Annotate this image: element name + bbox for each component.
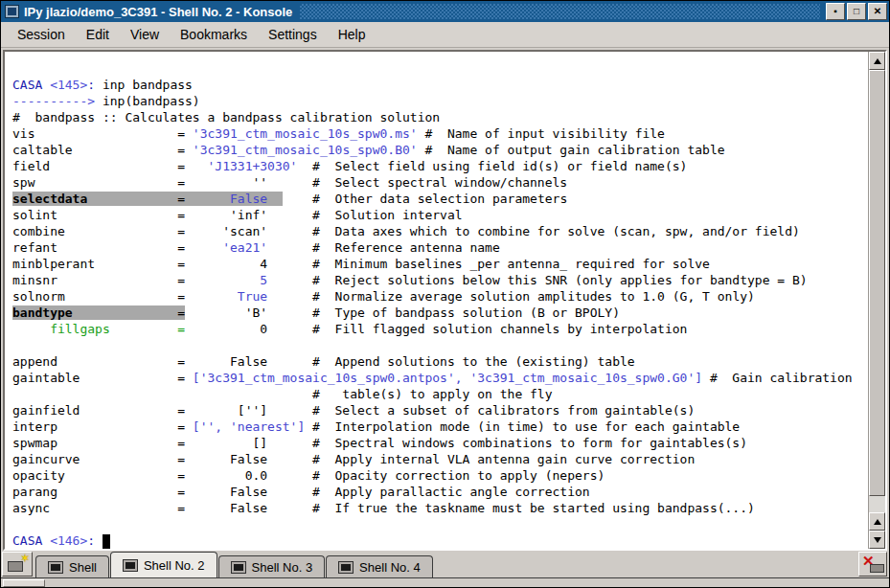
terminal-line: spw = '' # Select spectral window/channe… xyxy=(12,174,868,191)
terminal-text-segment: False xyxy=(230,192,267,206)
tab-shell-no-2[interactable]: Shell No. 2 xyxy=(110,552,217,577)
scroll-down-button[interactable] xyxy=(869,531,885,549)
menu-bookmarks[interactable]: Bookmarks xyxy=(170,25,258,44)
terminal-text-segment: '3c391_ctm_mosaic_10s_spw0.B0' xyxy=(193,143,418,157)
terminal-text-segment: # Other data selection parameters xyxy=(283,192,567,206)
menu-view[interactable]: View xyxy=(120,25,170,44)
arrow-down-icon xyxy=(874,537,881,543)
terminal-text-segment: fillgaps = xyxy=(12,322,193,336)
terminal-line: solint = 'inf' # Solution interval xyxy=(12,207,868,223)
terminal-text-segment: inp bandpass xyxy=(95,78,193,92)
menu-help[interactable]: Help xyxy=(328,25,377,44)
minimize-button[interactable]: ▪ xyxy=(826,3,845,20)
terminal-line: opacity = 0.0 # Opacity correction to ap… xyxy=(12,467,868,484)
text-cursor xyxy=(103,534,110,549)
terminal-text-segment: minblperant = 4 # Minimum baselines _per… xyxy=(12,257,710,271)
terminal-text-segment: # Name of input visibility file xyxy=(418,126,665,141)
terminal-line: ----------> inp(bandpass) xyxy=(12,93,868,109)
terminal-text-segment: CASA xyxy=(12,533,50,548)
terminal-text-segment: async = False # If true the taskname mus… xyxy=(12,501,755,515)
arrow-up-icon xyxy=(874,58,881,64)
terminal-text-segment: ['', 'nearest'] xyxy=(193,419,305,434)
close-button[interactable]: ✕ xyxy=(868,3,887,20)
terminal-line: vis = '3c391_ctm_mosaic_10s_spw0.ms' # N… xyxy=(12,125,868,142)
terminal-text-segment: # Name of output gain calibration table xyxy=(418,143,725,157)
terminal-line: refant = 'ea21' # Reference antenna name xyxy=(12,239,868,256)
window-menu-icon[interactable] xyxy=(5,5,19,18)
tab-shell[interactable]: Shell xyxy=(35,555,109,577)
terminal-text-segment: parang = False # Apply parallactic angle… xyxy=(12,485,590,499)
terminal-line: combine = 'scan' # Data axes which to co… xyxy=(12,223,868,239)
terminal-text-segment: ----------> xyxy=(12,94,95,108)
menu-edit[interactable]: Edit xyxy=(76,25,120,44)
terminal-text-segment: = xyxy=(73,305,185,320)
terminal-icon xyxy=(123,559,138,572)
terminal-line: append = False # Append solutions to the… xyxy=(12,353,868,370)
scrollbar-thumb[interactable] xyxy=(869,70,885,496)
terminal-text-segment: bandtype xyxy=(12,305,73,320)
tab-label: Shell xyxy=(69,560,97,575)
close-session-button[interactable]: ✕ xyxy=(858,552,887,577)
terminal-text-segment: inp(bandpass) xyxy=(95,94,200,108)
terminal-line: gaincurve = False # Apply internal VLA a… xyxy=(12,451,868,467)
arrow-up-icon xyxy=(874,519,881,525)
terminal-text-segment: # Reject solutions below this SNR (only … xyxy=(267,273,808,287)
terminal-icon xyxy=(338,561,354,574)
terminal-text-segment: # Reference antenna name xyxy=(267,240,500,255)
tab-shell-no-4[interactable]: Shell No. 4 xyxy=(326,555,433,577)
menu-session[interactable]: Session xyxy=(7,25,76,44)
new-session-button[interactable]: ✶ xyxy=(2,552,33,577)
close-icon: ✕ xyxy=(874,7,881,16)
terminal-text-segment: : xyxy=(87,533,95,548)
terminal-line xyxy=(12,516,868,532)
terminal-line: spwmap = [] # Spectral windows combinati… xyxy=(12,435,868,451)
tabbar: ✶ ShellShell No. 2Shell No. 3Shell No. 4… xyxy=(1,551,889,578)
maximize-icon: □ xyxy=(854,7,859,16)
terminal-text-segment: = xyxy=(87,192,193,206)
terminal-text-segment: append = False # Append solutions to the… xyxy=(12,354,635,369)
window-title: IPy jlazio/demo_3C391 - Shell No. 2 - Ko… xyxy=(24,5,300,19)
terminal-line: selectdata = False # Other data selectio… xyxy=(12,191,868,207)
terminal-text-segment: spw = '' # Select spectral window/channe… xyxy=(12,175,567,190)
terminal-icon xyxy=(231,561,246,574)
terminal-text-segment: # Normalize average solution amplitudes … xyxy=(267,289,755,304)
terminal-text-segment: True xyxy=(238,289,267,304)
terminal-text-segment xyxy=(193,192,230,206)
terminal-text-segment xyxy=(267,192,283,206)
terminal-text-segment: 'ea21' xyxy=(222,240,267,255)
terminal-line: parang = False # Apply parallactic angle… xyxy=(12,484,868,500)
minimize-icon: ▪ xyxy=(833,7,837,16)
terminal-text-segment: <146> xyxy=(50,533,87,548)
terminal-text-segment: gaintable = xyxy=(12,371,193,385)
terminal-output[interactable]: CASA <145>: inp bandpass----------> inp(… xyxy=(5,52,868,549)
terminal-text-segment: caltable = xyxy=(12,143,193,157)
terminal-icon xyxy=(870,564,884,573)
scrollbar-track[interactable] xyxy=(869,70,885,512)
tab-list: ShellShell No. 2Shell No. 3Shell No. 4 xyxy=(35,551,434,577)
titlebar[interactable]: IPy jlazio/demo_3C391 - Shell No. 2 - Ko… xyxy=(1,1,889,22)
maximize-button[interactable]: □ xyxy=(847,3,866,20)
menu-settings[interactable]: Settings xyxy=(258,25,328,44)
tab-label: Shell No. 3 xyxy=(252,560,313,575)
terminal-line: minsnr = 5 # Reject solutions below this… xyxy=(12,272,868,288)
terminal-line: CASA <146>: xyxy=(12,532,868,549)
terminal-text-segment: # Gain calibration xyxy=(702,371,853,385)
terminal-line: interp = ['', 'nearest'] # Interpolation… xyxy=(12,418,868,435)
terminal-text-segment: spwmap = [] # Spectral windows combinati… xyxy=(12,436,747,450)
main-area: CASA <145>: inp bandpass----------> inp(… xyxy=(1,48,889,551)
scroll-up-button[interactable] xyxy=(869,52,885,70)
terminal-text-segment: interp = xyxy=(12,419,193,434)
terminal-text-segment: '3c391_ctm_mosaic_10s_spw0.ms' xyxy=(193,126,418,141)
terminal-text-segment: 0 # Fill flagged solution channels by in… xyxy=(193,322,688,336)
terminal-text-segment: gainfield = [''] # Select a subset of ca… xyxy=(12,403,695,418)
terminal-text-segment: # Select field using field id(s) or fiel… xyxy=(297,159,687,173)
terminal-line: fillgaps = 0 # Fill flagged solution cha… xyxy=(12,321,868,337)
tab-shell-no-3[interactable]: Shell No. 3 xyxy=(218,555,326,577)
tabbar-spacer xyxy=(434,551,856,577)
terminal-text-segment: opacity = 0.0 # Opacity correction to ap… xyxy=(12,468,605,483)
konsole-window: IPy jlazio/demo_3C391 - Shell No. 2 - Ko… xyxy=(0,0,890,588)
bottom-strip xyxy=(1,578,889,587)
tab-label: Shell No. 2 xyxy=(144,558,205,573)
terminal-text-segment: solnorm = xyxy=(12,289,238,304)
scroll-up-button-bottom[interactable] xyxy=(869,512,885,531)
